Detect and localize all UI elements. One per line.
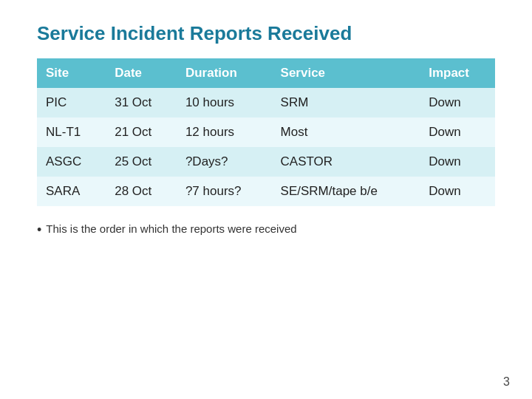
table-cell: SRM — [272, 88, 420, 117]
page-title: Service Incident Reports Received — [37, 22, 495, 45]
table-cell: 10 hours — [177, 88, 272, 117]
col-header-duration: Duration — [177, 58, 272, 88]
table-cell: Down — [420, 117, 495, 147]
table-cell: Most — [272, 117, 420, 147]
footnote-bullet: • — [37, 222, 41, 239]
col-header-impact: Impact — [420, 58, 495, 88]
table-cell: CASTOR — [272, 147, 420, 177]
table-row: ASGC25 Oct?Days?CASTORDown — [37, 147, 495, 177]
table-cell: 12 hours — [177, 117, 272, 147]
table-cell: SARA — [37, 177, 106, 206]
table-cell: ?Days? — [177, 147, 272, 177]
footnote-text: This is the order in which the reports w… — [46, 222, 296, 235]
col-header-site: Site — [37, 58, 106, 88]
table-cell: ASGC — [37, 147, 106, 177]
col-header-date: Date — [106, 58, 177, 88]
table-row: SARA28 Oct?7 hours?SE/SRM/tape b/eDown — [37, 177, 495, 206]
col-header-service: Service — [272, 58, 420, 88]
table-header-row: Site Date Duration Service Impact — [37, 58, 495, 88]
table-cell: Down — [420, 177, 495, 206]
table-cell: PIC — [37, 88, 106, 117]
table-cell: NL-T1 — [37, 117, 106, 147]
table-cell: Down — [420, 147, 495, 177]
table-cell: 31 Oct — [106, 88, 177, 117]
table-row: NL-T121 Oct12 hoursMostDown — [37, 117, 495, 147]
table-cell: Down — [420, 88, 495, 117]
incident-table: Site Date Duration Service Impact PIC31 … — [37, 58, 495, 206]
page-number: 3 — [503, 375, 510, 389]
table-row: PIC31 Oct10 hoursSRMDown — [37, 88, 495, 117]
footnote: • This is the order in which the reports… — [37, 222, 495, 239]
page-container: Service Incident Reports Received Site D… — [0, 0, 532, 399]
table-cell: 25 Oct — [106, 147, 177, 177]
table-cell: 21 Oct — [106, 117, 177, 147]
table-cell: 28 Oct — [106, 177, 177, 206]
table-cell: ?7 hours? — [177, 177, 272, 206]
table-cell: SE/SRM/tape b/e — [272, 177, 420, 206]
